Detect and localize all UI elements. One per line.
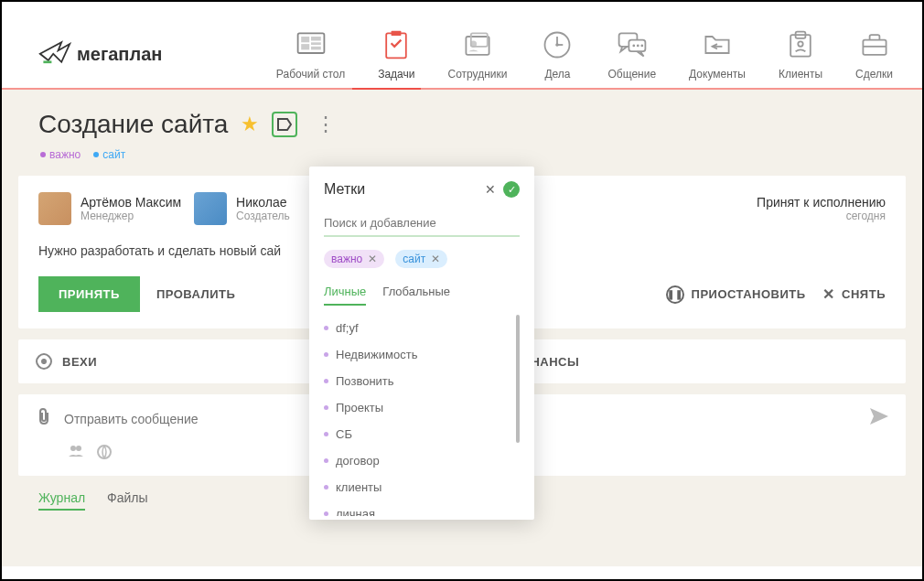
people-icon[interactable]: [68, 445, 84, 463]
logo[interactable]: мегаплан: [38, 38, 162, 70]
status-block: Принят к исполнению сегодня: [757, 195, 886, 222]
tag-search-input[interactable]: [324, 210, 520, 237]
svg-point-30: [76, 446, 81, 451]
nav-deals[interactable]: Дела: [540, 27, 575, 81]
tag-item[interactable]: df;yf: [324, 315, 520, 341]
chat-icon: [615, 27, 650, 62]
svg-rect-3: [311, 37, 321, 41]
logo-icon: [38, 38, 71, 70]
page-tags: важно сайт: [18, 148, 906, 161]
nav-employees[interactable]: Сотрудники: [447, 27, 507, 81]
remove-button[interactable]: ✕ СНЯТЬ: [822, 285, 886, 303]
clock-icon: [540, 27, 575, 62]
milestone-icon: [35, 352, 53, 371]
nav-clients[interactable]: Клиенты: [779, 27, 822, 81]
svg-point-18: [637, 45, 639, 48]
tab-files[interactable]: Файлы: [107, 490, 147, 511]
svg-rect-2: [301, 44, 309, 49]
nav-chat[interactable]: Общение: [607, 27, 656, 81]
person-assignee[interactable]: Артёмов Максим Менеджер: [38, 192, 181, 225]
favorite-star-icon[interactable]: ★: [241, 113, 259, 136]
logo-text: мегаплан: [77, 44, 162, 65]
svg-point-17: [632, 45, 635, 48]
svg-point-25: [41, 359, 47, 364]
tags-button[interactable]: [272, 112, 297, 137]
tags-popup: Метки ✕ ✓ важно✕ сайт✕ Личные Глобальные…: [309, 167, 534, 520]
nav-agreements[interactable]: Сделки: [855, 27, 893, 81]
employees-icon: [460, 27, 495, 62]
more-menu-icon[interactable]: ⋮: [310, 113, 341, 136]
svg-rect-1: [301, 37, 309, 42]
tag-item[interactable]: Позвонить: [324, 368, 520, 394]
svg-rect-4: [311, 42, 321, 45]
nav-desktop[interactable]: Рабочий стол: [276, 27, 345, 81]
popup-title: Метки: [324, 181, 485, 198]
clients-icon: [783, 27, 818, 62]
accept-button[interactable]: ПРИНЯТЬ: [38, 276, 140, 312]
close-icon: ✕: [822, 285, 835, 303]
title-row: Создание сайта ★ ⋮: [18, 110, 906, 139]
avatar: [194, 192, 227, 225]
app-header: мегаплан Рабочий стол Задачи Сотрудники …: [2, 2, 922, 88]
tag-item[interactable]: договор: [324, 447, 520, 474]
svg-rect-7: [392, 31, 402, 36]
tag-item[interactable]: личная: [324, 500, 520, 516]
fail-button[interactable]: ПРОВАЛИТЬ: [156, 287, 236, 301]
remove-tag-icon[interactable]: ✕: [368, 253, 377, 265]
person-creator[interactable]: Николае Создатель: [194, 192, 290, 225]
folder-icon: [700, 27, 735, 62]
nav-tasks[interactable]: Задачи: [378, 27, 414, 81]
page-title: Создание сайта: [38, 110, 228, 139]
tag-item[interactable]: СБ: [324, 421, 520, 447]
pause-button[interactable]: ❚❚ ПРИОСТАНОВИТЬ: [666, 285, 806, 304]
tag-chip-important[interactable]: важно: [40, 148, 81, 161]
svg-point-31: [98, 446, 111, 458]
send-icon[interactable]: [869, 407, 889, 430]
nav-documents[interactable]: Документы: [689, 27, 746, 81]
selected-tag-important[interactable]: важно✕: [324, 250, 384, 268]
briefcase-icon: [857, 27, 892, 62]
selected-tag-site[interactable]: сайт✕: [395, 250, 447, 268]
selected-tags: важно✕ сайт✕: [324, 250, 520, 268]
popup-confirm-icon[interactable]: ✓: [503, 181, 520, 198]
tag-chip-site[interactable]: сайт: [93, 148, 125, 161]
desktop-icon: [294, 27, 328, 62]
avatar: [38, 192, 71, 225]
popup-tab-personal[interactable]: Личные: [324, 285, 366, 306]
top-nav: Рабочий стол Задачи Сотрудники Дела Обще…: [276, 27, 893, 81]
svg-rect-5: [311, 47, 321, 50]
svg-point-19: [640, 45, 643, 48]
tasks-icon: [379, 27, 414, 62]
popup-tabs: Личные Глобальные: [324, 285, 520, 306]
pause-icon: ❚❚: [666, 285, 684, 304]
attachment-icon[interactable]: [35, 407, 51, 430]
popup-close-icon[interactable]: ✕: [485, 182, 496, 197]
svg-point-22: [798, 41, 802, 46]
popup-tab-global[interactable]: Глобальные: [382, 285, 450, 306]
tab-journal[interactable]: Журнал: [38, 490, 85, 511]
tag-item[interactable]: клиенты: [324, 474, 520, 500]
remove-tag-icon[interactable]: ✕: [431, 253, 440, 265]
svg-point-29: [70, 446, 76, 451]
tag-item[interactable]: Недвижимость: [324, 341, 520, 368]
tag-item[interactable]: Проекты: [324, 394, 520, 421]
popup-tag-list[interactable]: df;yf Недвижимость Позвонить Проекты СБ …: [324, 315, 520, 516]
globe-icon[interactable]: [97, 445, 112, 463]
